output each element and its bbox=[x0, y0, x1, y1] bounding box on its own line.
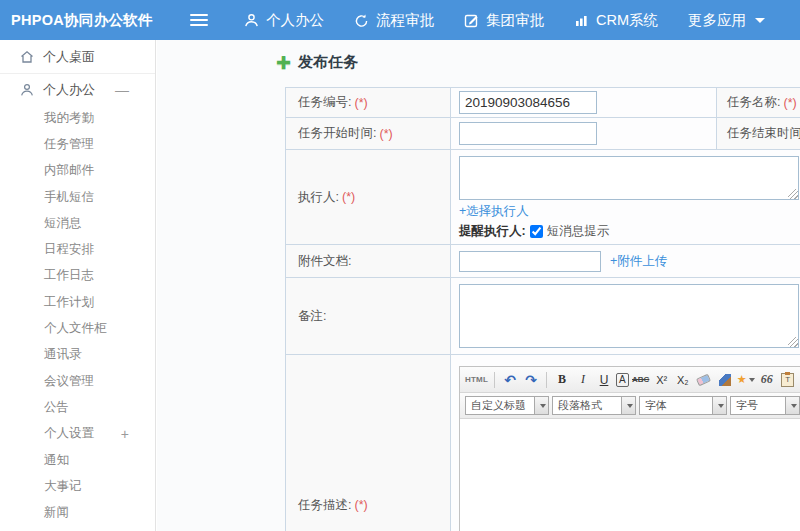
page-title: ✚ 发布任务 bbox=[276, 53, 358, 72]
attachment-row: 附件文档: +附件上传 bbox=[286, 245, 800, 278]
main-content: ✚ 发布任务 任务编号: (*) 任务名称: (*) 任务开始时间: (*) bbox=[157, 40, 800, 531]
approval-icon bbox=[354, 13, 369, 28]
sidebar-item-sms[interactable]: 手机短信 bbox=[0, 184, 155, 210]
person-icon bbox=[20, 83, 34, 97]
executor-label: 执行人: bbox=[298, 189, 339, 206]
nav-label: 个人办公 bbox=[266, 11, 324, 30]
task-number-input[interactable] bbox=[459, 91, 597, 114]
italic-button[interactable]: I bbox=[574, 370, 592, 390]
strikethrough-button[interactable]: ABC bbox=[632, 370, 650, 390]
rich-text-editor: HTML ↶ ↷ B I U A ABC X² X₂ bbox=[459, 366, 800, 531]
top-navigation: 个人办公 流程审批 集团审批 CRM系统 更多应用 bbox=[244, 11, 765, 30]
nav-crm-system[interactable]: CRM系统 bbox=[574, 11, 658, 30]
task-number-label: 任务编号: bbox=[298, 94, 351, 111]
font-family-select[interactable]: 字体 bbox=[639, 396, 727, 415]
font-size-select[interactable]: 字号 bbox=[730, 396, 800, 415]
editor-content-area[interactable] bbox=[460, 419, 800, 531]
description-row: 任务描述: (*) HTML ↶ ↷ B I U A ABC bbox=[286, 355, 800, 531]
sidebar-item-announcement[interactable]: 公告 bbox=[0, 394, 155, 420]
bold-button[interactable]: B bbox=[553, 370, 571, 390]
executor-textarea[interactable] bbox=[459, 156, 799, 200]
collapse-icon[interactable]: — bbox=[115, 82, 129, 98]
eraser-icon[interactable] bbox=[695, 370, 713, 390]
add-icon: ✚ bbox=[276, 56, 291, 70]
sidebar-item-personal-office[interactable]: 个人办公 — bbox=[0, 74, 155, 105]
caret-down-icon bbox=[791, 404, 797, 408]
start-time-input[interactable] bbox=[459, 122, 597, 145]
font-style-button[interactable]: A bbox=[616, 373, 629, 387]
redo-icon[interactable]: ↷ bbox=[522, 370, 540, 390]
html-source-button[interactable]: HTML bbox=[465, 370, 488, 390]
end-time-label: 任务结束时间: bbox=[727, 125, 800, 142]
custom-heading-select[interactable]: 自定义标题 bbox=[465, 396, 549, 415]
caret-down-icon bbox=[627, 404, 633, 408]
nav-label: 集团审批 bbox=[486, 11, 544, 30]
sidebar-item-notice[interactable]: 通知 bbox=[0, 447, 155, 473]
paste-icon[interactable]: T bbox=[779, 370, 797, 390]
sidebar-item-news[interactable]: 新闻 bbox=[0, 499, 155, 525]
start-time-row: 任务开始时间: (*) 任务结束时间: (*) bbox=[286, 118, 800, 150]
paragraph-format-select[interactable]: 段落格式 bbox=[552, 396, 636, 415]
underline-button[interactable]: U bbox=[595, 370, 613, 390]
remark-textarea[interactable] bbox=[459, 284, 799, 348]
sidebar-item-meeting-management[interactable]: 会议管理 bbox=[0, 368, 155, 394]
nav-label: 更多应用 bbox=[688, 11, 746, 30]
sidebar-item-short-message[interactable]: 短消息 bbox=[0, 210, 155, 236]
expand-icon[interactable]: + bbox=[121, 426, 129, 442]
autotypeset-icon[interactable]: ★ bbox=[737, 370, 755, 390]
editor-toolbar-bottom: 自定义标题 段落格式 字体 字号 bbox=[460, 393, 800, 419]
sms-remind-label: 短消息提示 bbox=[547, 223, 610, 240]
task-name-label: 任务名称: bbox=[727, 94, 780, 111]
sidebar-item-events[interactable]: 大事记 bbox=[0, 473, 155, 499]
executor-row: 执行人: (*) +选择执行人 提醒执行人: 短消息提示 bbox=[286, 150, 800, 245]
task-number-row: 任务编号: (*) 任务名称: (*) bbox=[286, 88, 800, 118]
bar-chart-icon bbox=[574, 13, 589, 28]
remark-label: 备注: bbox=[298, 308, 326, 325]
remind-executor-label: 提醒执行人: bbox=[459, 223, 526, 240]
blockquote-button[interactable]: 66 bbox=[758, 370, 776, 390]
sidebar-item-personal-settings[interactable]: 个人设置 + bbox=[0, 421, 155, 447]
subscript-button[interactable]: X₂ bbox=[674, 370, 692, 390]
caret-down-icon bbox=[718, 404, 724, 408]
sidebar-item-personal-desktop[interactable]: 个人桌面 bbox=[0, 40, 155, 74]
sidebar-item-personal-files[interactable]: 个人文件柜 bbox=[0, 315, 155, 341]
attachment-input[interactable] bbox=[459, 251, 601, 272]
sidebar: 个人桌面 个人办公 — 我的考勤 任务管理 内部邮件 手机短信 短消息 日程安排… bbox=[0, 40, 156, 531]
undo-icon[interactable]: ↶ bbox=[501, 370, 519, 390]
edit-icon bbox=[464, 13, 479, 28]
nav-personal-office[interactable]: 个人办公 bbox=[244, 11, 324, 30]
caret-down-icon bbox=[755, 18, 765, 23]
editor-toolbar-top: HTML ↶ ↷ B I U A ABC X² X₂ bbox=[460, 367, 800, 393]
sidebar-item-internal-mail[interactable]: 内部邮件 bbox=[0, 158, 155, 184]
sidebar-item-task-management[interactable]: 任务管理 bbox=[0, 131, 155, 157]
nav-label: 流程审批 bbox=[376, 11, 434, 30]
select-executor-link[interactable]: +选择执行人 bbox=[459, 203, 529, 220]
format-painter-icon[interactable] bbox=[716, 370, 734, 390]
sidebar-item-poll[interactable]: 投票调查 bbox=[0, 526, 155, 531]
sidebar-item-work-plan[interactable]: 工作计划 bbox=[0, 289, 155, 315]
publish-task-form: 任务编号: (*) 任务名称: (*) 任务开始时间: (*) 任务结束时间: bbox=[285, 87, 800, 531]
app-logo: PHPOA协同办公软件 bbox=[0, 11, 156, 30]
sms-remind-checkbox[interactable] bbox=[530, 225, 543, 238]
nav-workflow-approval[interactable]: 流程审批 bbox=[354, 11, 434, 30]
sidebar-item-work-log[interactable]: 工作日志 bbox=[0, 263, 155, 289]
topbar: PHPOA协同办公软件 个人办公 流程审批 集团审批 CRM系统 bbox=[0, 0, 800, 40]
caret-down-icon bbox=[540, 404, 546, 408]
start-time-label: 任务开始时间: bbox=[298, 125, 376, 142]
attachment-label: 附件文档: bbox=[298, 253, 351, 270]
sidebar-item-schedule[interactable]: 日程安排 bbox=[0, 236, 155, 262]
nav-more-apps[interactable]: 更多应用 bbox=[688, 11, 765, 30]
person-icon bbox=[244, 13, 259, 28]
home-icon bbox=[20, 50, 34, 64]
attachment-upload-link[interactable]: +附件上传 bbox=[610, 253, 667, 270]
sidebar-item-contacts[interactable]: 通讯录 bbox=[0, 342, 155, 368]
nav-label: CRM系统 bbox=[596, 11, 658, 30]
nav-group-approval[interactable]: 集团审批 bbox=[464, 11, 544, 30]
remark-row: 备注: bbox=[286, 278, 800, 355]
hamburger-menu-icon[interactable] bbox=[190, 14, 208, 27]
superscript-button[interactable]: X² bbox=[653, 370, 671, 390]
description-label: 任务描述: bbox=[298, 497, 351, 514]
sidebar-item-my-attendance[interactable]: 我的考勤 bbox=[0, 105, 155, 131]
